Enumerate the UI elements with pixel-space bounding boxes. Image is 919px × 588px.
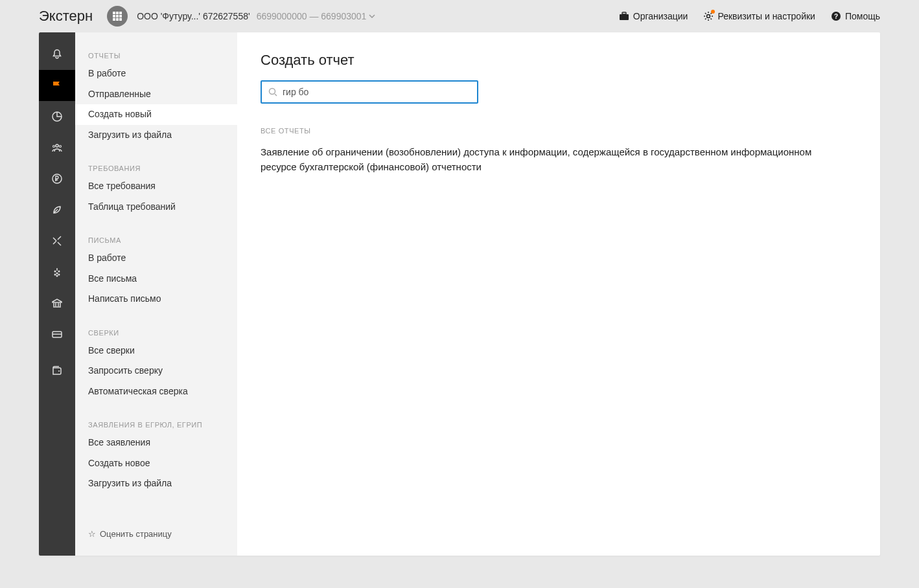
sidebar-group-title: СВЕРКИ [75,325,237,341]
brand: Экстерн [39,8,93,25]
wallet-icon [51,365,63,376]
svg-point-22 [58,274,60,276]
svg-point-18 [54,271,56,273]
sidebar-item-upload-application[interactable]: Загрузить из файла [75,473,237,494]
settings-link[interactable]: Реквизиты и настройки [703,11,815,21]
sidebar-item-create-application[interactable]: Создать новое [75,453,237,474]
sidebar-item-create-new[interactable]: Создать новый [75,104,237,125]
sidebar-item-all-letters[interactable]: Все письма [75,269,237,289]
bell-icon [51,49,63,60]
svg-point-19 [58,271,60,273]
sidebar-group-title: ПИСЬМА [75,232,237,248]
sidebar-item-letters-in-work[interactable]: В работе [75,248,237,269]
sidebar-item-requirements-table[interactable]: Таблица требований [75,197,237,218]
help-link[interactable]: ? Помощь [831,11,880,21]
card-icon [51,328,63,340]
rail-analytics[interactable] [39,101,75,132]
rail-coin[interactable] [39,163,75,194]
svg-rect-1 [116,12,119,14]
search-icon [268,87,277,96]
help-icon: ? [831,11,841,21]
bank-icon [51,297,63,309]
svg-rect-3 [113,15,115,17]
grapes-icon [51,266,63,278]
rail-reports[interactable] [39,70,75,101]
rail-notifications[interactable] [39,39,75,70]
svg-text:?: ? [834,13,838,20]
people-icon [51,142,63,153]
sidebar-group-title: ЗАЯВЛЕНИЯ В ЕГРЮЛ, ЕГРИП [75,417,237,433]
sidebar-item-write-letter[interactable]: Написать письмо [75,289,237,310]
tools-icon [51,235,63,247]
svg-point-21 [54,274,56,276]
sidebar: ОТЧЕТЫ В работе Отправленные Создать нов… [75,32,237,556]
org-codes-text: 6699000000 — 669903001 [257,11,367,21]
search-result-item[interactable]: Заявление об ограничении (возобновлении)… [261,145,831,174]
svg-point-16 [60,146,62,148]
organizations-label: Организации [633,11,688,21]
org-codes: 6699000000 — 669903001 [257,11,376,21]
svg-rect-4 [116,15,119,17]
rail-eco[interactable] [39,194,75,225]
svg-rect-2 [119,12,122,14]
rate-page-label: Оценить страницу [100,529,172,539]
svg-rect-8 [119,18,122,21]
sidebar-group-title: ОТЧЕТЫ [75,48,237,63]
rail-card[interactable] [39,319,75,350]
briefcase-icon [619,12,629,21]
rail-wallet[interactable] [39,355,75,386]
search-box[interactable] [261,80,478,104]
sidebar-item-all-requirements[interactable]: Все требования [75,176,237,197]
svg-point-26 [270,89,275,95]
rail-grapes[interactable] [39,256,75,288]
svg-rect-10 [622,12,626,14]
svg-rect-7 [116,18,119,21]
sidebar-item-upload-file[interactable]: Загрузить из файла [75,125,237,146]
org-selector[interactable]: ООО 'Футуру...' 672627558' 6699000000 — … [137,11,375,21]
leaf-icon [51,204,63,216]
star-icon: ☆ [88,529,96,539]
sidebar-item-request-reconciliation[interactable]: Запросить сверку [75,361,237,381]
main-content: Создать отчет ВСЕ ОТЧЕТЫ Заявление об ог… [237,32,880,556]
sidebar-item-in-work[interactable]: В работе [75,63,237,84]
nav-rail [39,32,75,556]
rail-tools[interactable] [39,225,75,256]
org-name: ООО 'Футуру...' 672627558' [137,11,250,21]
sidebar-item-all-reconciliations[interactable]: Все сверки [75,341,237,361]
help-label: Помощь [845,11,880,21]
coin-icon [51,173,63,185]
app-header: Экстерн ООО 'Футуру...' 672627558' 66990… [0,0,919,32]
rail-people[interactable] [39,132,75,163]
svg-rect-5 [119,15,122,17]
settings-label: Реквизиты и настройки [717,11,815,21]
flag-icon [51,80,63,91]
svg-point-14 [56,144,58,147]
results-section-label: ВСЕ ОТЧЕТЫ [261,127,857,135]
notification-dot-icon [711,10,715,14]
svg-rect-6 [113,18,115,21]
organizations-link[interactable]: Организации [619,11,688,21]
chart-icon [51,111,63,122]
sidebar-item-sent[interactable]: Отправленные [75,84,237,105]
svg-rect-9 [620,14,629,20]
rail-bank[interactable] [39,288,75,319]
svg-rect-0 [113,12,115,14]
svg-point-23 [56,275,58,277]
svg-point-25 [58,370,60,372]
sidebar-item-auto-reconciliation[interactable]: Автоматическая сверка [75,381,237,402]
page-title: Создать отчет [261,52,857,69]
sidebar-group-title: ТРЕБОВАНИЯ [75,161,237,176]
search-input[interactable] [283,87,471,97]
svg-point-20 [56,273,58,275]
svg-point-15 [53,146,55,148]
chevron-down-icon [369,14,375,18]
apps-grid-icon[interactable] [107,6,128,27]
rate-page-link[interactable]: ☆ Оценить страницу [75,523,237,545]
sidebar-item-all-applications[interactable]: Все заявления [75,433,237,453]
svg-point-11 [707,15,710,18]
